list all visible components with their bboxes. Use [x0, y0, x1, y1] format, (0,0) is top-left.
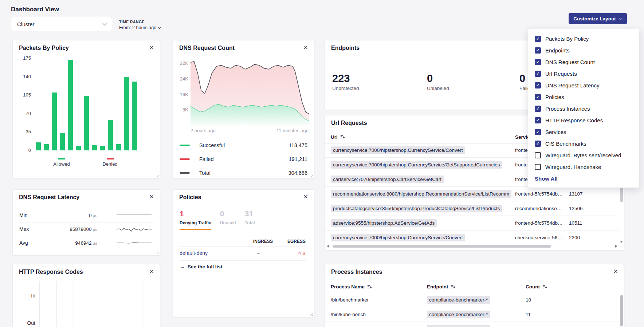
legend-row: Successful113,475: [173, 138, 314, 152]
latency-value: 0 μs: [19, 213, 97, 218]
menu-item-label: CIS Benchmarks: [545, 141, 586, 147]
close-icon[interactable]: [303, 44, 308, 51]
checkbox-checked-icon[interactable]: [535, 129, 541, 135]
customize-menu-item[interactable]: Endpoints: [535, 44, 632, 56]
latency-unit: μs: [91, 241, 97, 245]
count-cell: 18: [526, 293, 558, 307]
see-full-list-label: See the full list: [188, 264, 222, 269]
customize-menu-item[interactable]: Packets By Policy: [535, 33, 632, 44]
scroll-down-arrow[interactable]: [620, 241, 623, 243]
card-title: DNS Request Latency: [19, 194, 79, 201]
customize-menu-item[interactable]: CIS Benchmarks: [535, 138, 632, 149]
chevron-down-icon: [619, 16, 623, 20]
policies-table-header: INGRESS EGRESS: [180, 236, 306, 247]
resize-handle[interactable]: [155, 174, 159, 177]
customize-menu-item[interactable]: Wireguard. Bytes sent/received: [535, 149, 632, 161]
policies-stat-unused[interactable]: 0 Unused: [220, 209, 236, 230]
column-header-endpoint[interactable]: Endpoint: [427, 281, 522, 293]
sort-icon[interactable]: [367, 285, 372, 289]
process-name-cell: /bin/kube-bench: [331, 307, 418, 322]
checkbox-checked-icon[interactable]: [535, 141, 541, 147]
checkbox-checked-icon[interactable]: [535, 106, 541, 112]
close-icon[interactable]: [149, 44, 154, 51]
checkbox-checked-icon[interactable]: [535, 47, 541, 54]
chevron-down-icon: [158, 25, 161, 28]
legend-label: Total: [199, 170, 211, 176]
menu-item-label: Services: [545, 129, 566, 135]
count-cell: 9: [526, 322, 558, 327]
time-range[interactable]: TIME RANGE From: 2 hours ago: [119, 20, 161, 30]
customize-menu-item[interactable]: Url Requests: [535, 68, 632, 79]
menu-item-label: Url Requests: [545, 71, 577, 77]
bar: [116, 144, 121, 150]
policies-stats: 1 Denying Traffic 0 Unused 31 Total: [180, 209, 255, 230]
checkbox-unchecked-icon[interactable]: [535, 164, 541, 170]
policies-stat-total[interactable]: 31 Total: [245, 209, 255, 230]
scroll-left-arrow[interactable]: [327, 245, 329, 248]
close-icon[interactable]: [303, 193, 308, 200]
time-range-text: From: 2 hours ago: [119, 25, 156, 30]
checkbox-checked-icon[interactable]: [535, 71, 541, 77]
y-axis-label: 16K: [173, 92, 188, 97]
policy-name-link[interactable]: default-deny: [180, 250, 208, 256]
column-header-count[interactable]: Count: [526, 281, 558, 293]
view-selector[interactable]: Cluster: [11, 17, 112, 31]
bar: [100, 146, 105, 150]
sort-icon[interactable]: [340, 135, 345, 139]
scrollbar-thumb[interactable]: [333, 245, 551, 248]
horizontal-scrollbar[interactable]: [327, 244, 617, 248]
endpoint-chip: compliance-benchmarker-*: [427, 311, 490, 318]
time-range-value[interactable]: From: 2 hours ago: [119, 25, 161, 30]
checkbox-checked-icon[interactable]: [535, 117, 541, 123]
menu-item-label: Process Instances: [545, 106, 590, 112]
count-cell: 2200: [569, 231, 602, 245]
close-icon[interactable]: [149, 193, 154, 200]
customize-menu-item[interactable]: Wireguard. Handshake: [535, 161, 632, 173]
policies-stat-denying-traffic[interactable]: 1 Denying Traffic: [180, 209, 211, 230]
vertical-scrollbar[interactable]: [620, 293, 623, 327]
y-axis-label: 35: [17, 129, 31, 134]
url-request-row: currencyservice:7000/hipstershop.Currenc…: [325, 231, 619, 245]
column-header-ingress[interactable]: INGRESS: [244, 239, 273, 244]
url-text-chip: recommendationservice:8080/hipstershop.R…: [331, 190, 511, 198]
customize-menu-item[interactable]: Services: [535, 126, 632, 138]
dns-legend: Successful113,475Failed191,211Total304,6…: [173, 138, 314, 180]
customize-menu-item[interactable]: Process Instances: [535, 103, 632, 114]
axis-group-label: Denied: [99, 161, 121, 167]
customize-menu-item[interactable]: DNS Request Count: [535, 56, 632, 68]
customize-menu-item[interactable]: Policies: [535, 91, 632, 103]
latency-row: Min0 μs: [19, 209, 154, 222]
process-name-cell: benchmarker: [331, 322, 418, 327]
legend-value: 113,475: [289, 142, 307, 148]
resize-handle[interactable]: [155, 251, 159, 254]
customize-menu-item[interactable]: DNS Request Latency: [535, 79, 632, 91]
close-icon[interactable]: [149, 268, 154, 275]
column-header-url[interactable]: Url: [331, 131, 512, 143]
latency-value: 946942 μs: [19, 240, 97, 246]
policy-ingress-value: –: [244, 251, 273, 256]
close-icon[interactable]: [613, 268, 618, 275]
show-all-link[interactable]: Show All: [535, 176, 632, 182]
see-full-list-link[interactable]: See the full list: [180, 264, 222, 269]
column-header-process-name[interactable]: Process Name: [331, 281, 418, 293]
url-cell: currencyservice:7000/hipstershop.Currenc…: [331, 143, 512, 157]
checkbox-checked-icon[interactable]: [535, 59, 541, 65]
url-cell: recommendationservice:8080/hipstershop.R…: [331, 187, 512, 201]
customize-layout-button[interactable]: Customize Layout: [569, 13, 627, 24]
checkbox-unchecked-icon[interactable]: [535, 152, 541, 158]
sort-icon[interactable]: [542, 285, 547, 289]
column-header-egress[interactable]: EGRESS: [276, 239, 306, 244]
endpoint-chip: compliance-benchmarker-*: [427, 325, 490, 327]
customize-menu-item[interactable]: HTTP Response Codes: [535, 114, 632, 126]
checkbox-checked-icon[interactable]: [535, 36, 541, 42]
latency-value: 95879000 μs: [19, 226, 97, 232]
card-title: HTTP Response Codes: [19, 269, 83, 275]
http-response-codes-card: HTTP Response Codes InOut: [12, 264, 160, 327]
checkbox-checked-icon[interactable]: [535, 94, 541, 100]
scroll-right-arrow[interactable]: [615, 245, 617, 248]
sort-icon[interactable]: [451, 285, 455, 289]
scrollbar-thumb[interactable]: [620, 295, 623, 326]
checkbox-checked-icon[interactable]: [535, 82, 541, 88]
resize-handle[interactable]: [309, 312, 313, 316]
bar: [44, 144, 49, 150]
